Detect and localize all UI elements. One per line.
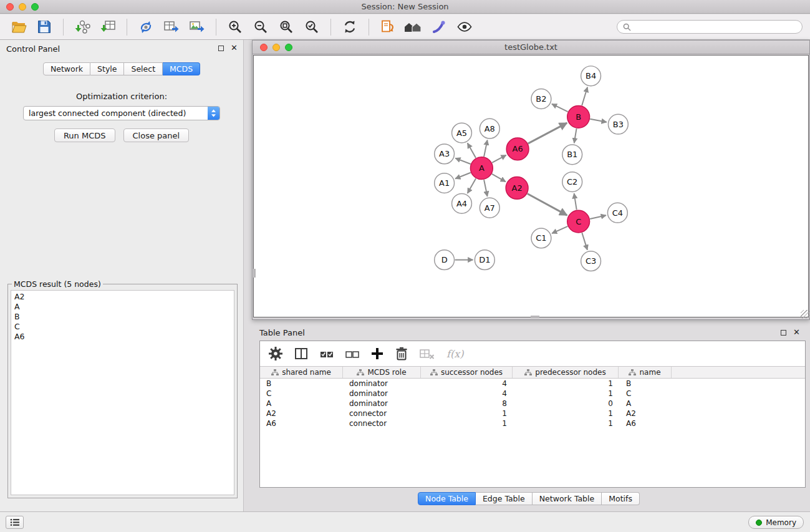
column-header-MCDS-role[interactable]: MCDS role: [343, 367, 421, 378]
edge-A-A2[interactable]: [492, 174, 506, 181]
function-builder-button[interactable]: f(x): [446, 348, 463, 360]
table-row[interactable]: Adominator80A: [260, 399, 805, 409]
node-B3[interactable]: B3: [608, 114, 628, 134]
save-session-button[interactable]: [33, 17, 55, 37]
mcds-result-list[interactable]: A2ABCA6: [11, 290, 234, 495]
edge-B-B1[interactable]: [574, 128, 577, 143]
node-D[interactable]: D: [435, 250, 455, 270]
edge-A-A8[interactable]: [484, 140, 487, 157]
delete-column-button[interactable]: [395, 347, 408, 360]
node-C[interactable]: C: [567, 210, 590, 233]
minimize-network-window-button[interactable]: [272, 44, 280, 51]
edge-A-A1[interactable]: [455, 173, 471, 179]
tab-style[interactable]: Style: [90, 62, 124, 75]
analyzer-button[interactable]: [428, 17, 450, 37]
clone-network-button[interactable]: [135, 17, 157, 37]
tab-select[interactable]: Select: [124, 62, 163, 75]
node-C3[interactable]: C3: [581, 251, 601, 271]
table-row[interactable]: A2connector11A2: [260, 409, 805, 418]
status-menu-button[interactable]: [6, 516, 24, 529]
node-A4[interactable]: A4: [452, 193, 472, 213]
edge-B-B4[interactable]: [582, 87, 587, 105]
result-item[interactable]: B: [14, 312, 231, 322]
column-header-successor-nodes[interactable]: successor nodes: [421, 367, 513, 378]
node-C4[interactable]: C4: [607, 203, 627, 223]
tab-network-table[interactable]: Network Table: [533, 492, 602, 505]
node-A2[interactable]: A2: [506, 177, 528, 200]
close-panel-button[interactable]: Close panel: [123, 128, 190, 142]
edge-A-A6[interactable]: [492, 155, 506, 163]
node-A7[interactable]: A7: [480, 198, 499, 218]
open-session-button[interactable]: [7, 17, 30, 37]
zoom-out-button[interactable]: [249, 17, 272, 37]
tab-node-table[interactable]: Node Table: [418, 492, 476, 505]
zoom-fit-button[interactable]: [275, 17, 297, 37]
export-image-button[interactable]: [186, 17, 208, 37]
node-B4[interactable]: B4: [581, 66, 601, 86]
delete-table-button[interactable]: [420, 347, 435, 360]
select-all-button[interactable]: [320, 347, 334, 360]
result-item[interactable]: A6: [14, 332, 231, 342]
network-canvas[interactable]: B4B2BB3A5A8A6B1A3AA1A2C2A4A7C4C1CC3DD1: [253, 55, 809, 317]
table-row[interactable]: Bdominator41B: [260, 379, 805, 389]
show-columns-button[interactable]: [294, 347, 308, 360]
edge-B-B2[interactable]: [552, 104, 568, 112]
pane-divider-handle[interactable]: [531, 316, 539, 318]
node-A[interactable]: A: [470, 157, 493, 180]
tab-edge-table[interactable]: Edge Table: [476, 492, 533, 505]
edge-B-B3[interactable]: [590, 119, 607, 122]
zoom-in-button[interactable]: [224, 17, 246, 37]
close-network-window-button[interactable]: [260, 44, 268, 51]
export-document-button[interactable]: [377, 17, 399, 37]
run-mcds-button[interactable]: Run MCDS: [54, 128, 115, 142]
tab-mcds[interactable]: MCDS: [163, 62, 200, 75]
close-panel-icon[interactable]: ✕: [231, 45, 238, 51]
minimize-window-button[interactable]: [19, 3, 26, 11]
node-B1[interactable]: B1: [562, 145, 582, 165]
edge-A6-B[interactable]: [528, 123, 567, 143]
pane-divider-handle[interactable]: [253, 269, 256, 278]
edge-C-C2[interactable]: [574, 193, 577, 210]
zoom-window-button[interactable]: [31, 3, 39, 11]
node-C2[interactable]: C2: [562, 172, 582, 192]
node-B[interactable]: B: [567, 105, 590, 128]
close-window-button[interactable]: [6, 3, 14, 11]
resize-grip[interactable]: [801, 310, 809, 319]
result-item[interactable]: A2: [14, 292, 231, 302]
edge-A-A3[interactable]: [455, 158, 470, 164]
edge-A-A4[interactable]: [468, 178, 476, 193]
tab-network[interactable]: Network: [43, 62, 90, 75]
edge-C-C1[interactable]: [552, 226, 567, 233]
table-row[interactable]: Cdominator41C: [260, 389, 805, 399]
memory-button[interactable]: Memory: [748, 516, 804, 529]
float-table-panel-icon[interactable]: [781, 330, 786, 336]
show-graphics-button[interactable]: [453, 17, 476, 37]
optimization-criterion-select[interactable]: largest connected component (directed): [23, 106, 220, 120]
search-box[interactable]: [617, 20, 803, 34]
float-panel-icon[interactable]: [218, 46, 224, 51]
node-D1[interactable]: D1: [475, 250, 494, 270]
column-header-shared-name[interactable]: shared name: [260, 367, 343, 378]
node-A1[interactable]: A1: [435, 173, 455, 193]
edge-A-A5[interactable]: [468, 143, 476, 158]
add-column-button[interactable]: [371, 347, 383, 360]
node-A8[interactable]: A8: [480, 118, 499, 138]
zoom-selected-button[interactable]: [301, 17, 323, 37]
import-network-button[interactable]: [71, 17, 94, 37]
edge-A-A7[interactable]: [484, 180, 487, 196]
node-B2[interactable]: B2: [531, 89, 551, 109]
refresh-button[interactable]: [339, 17, 361, 37]
edge-A2-C[interactable]: [528, 194, 567, 216]
edge-C-C4[interactable]: [590, 215, 606, 219]
result-item[interactable]: C: [14, 322, 231, 332]
node-A5[interactable]: A5: [452, 123, 472, 143]
table-settings-button[interactable]: [269, 347, 282, 360]
node-A3[interactable]: A3: [435, 144, 455, 164]
node-C1[interactable]: C1: [531, 228, 551, 248]
column-header-name[interactable]: name: [619, 367, 672, 378]
table-row[interactable]: A6connector11A6: [260, 418, 805, 428]
search-input[interactable]: [634, 22, 796, 31]
import-table-button[interactable]: [97, 17, 119, 37]
result-item[interactable]: A: [14, 302, 231, 312]
deselect-all-button[interactable]: [345, 347, 359, 360]
